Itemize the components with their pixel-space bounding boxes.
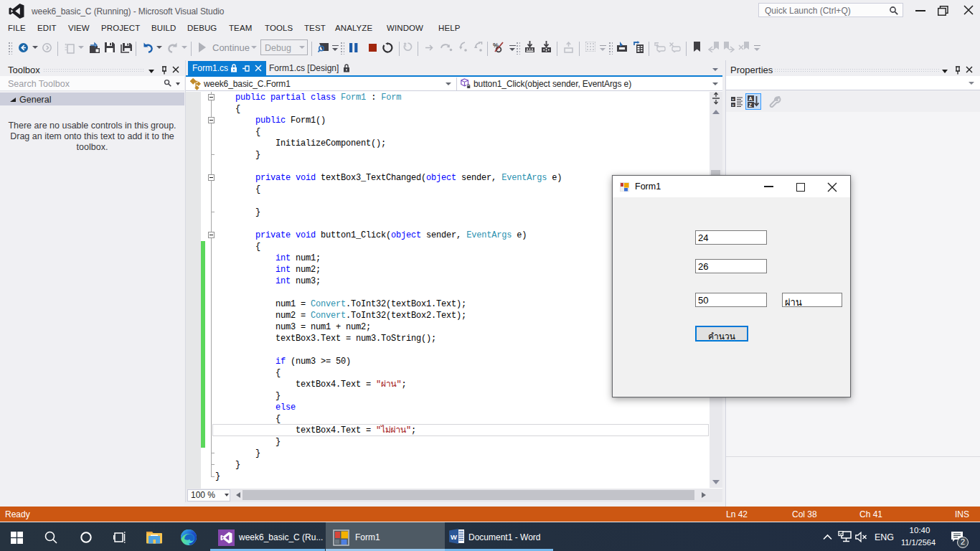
svg-text:A: A xyxy=(748,96,752,101)
svg-text:Z: Z xyxy=(749,103,753,108)
svg-text:+: + xyxy=(732,103,735,107)
svg-text:W: W xyxy=(451,533,457,541)
svg-text:+: + xyxy=(732,97,735,101)
